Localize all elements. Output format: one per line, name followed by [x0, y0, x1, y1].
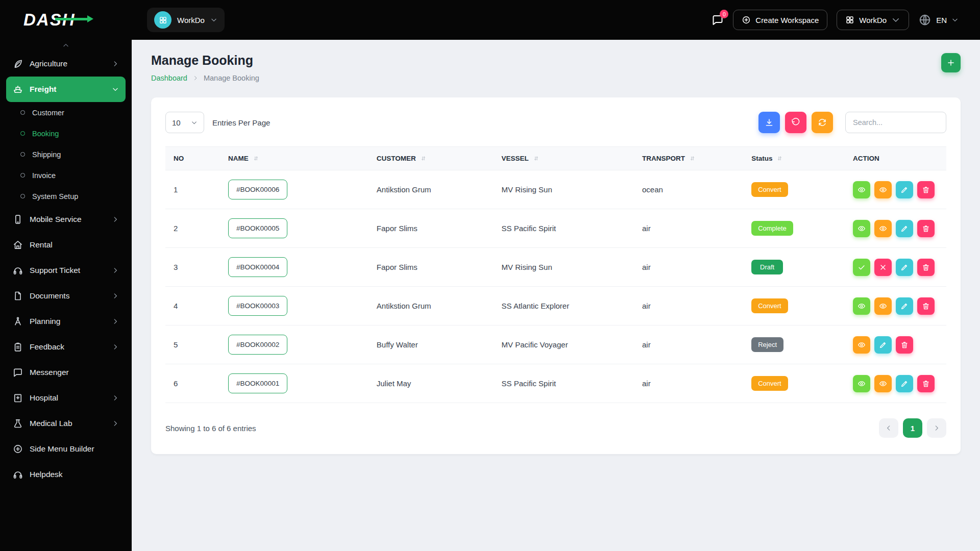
column-header-customer[interactable]: CUSTOMER — [369, 147, 494, 170]
column-header-transport[interactable]: TRANSPORT — [634, 147, 743, 170]
sidebar-item-medical-lab[interactable]: Medical Lab — [6, 411, 126, 436]
delete-button[interactable] — [917, 259, 935, 276]
sidebar-subitem-label: Booking — [32, 130, 59, 138]
sidebar-item-freight[interactable]: Freight — [6, 77, 126, 102]
eye-icon — [879, 186, 887, 194]
eye-icon — [857, 380, 866, 388]
sidebar-item-rental[interactable]: Rental — [6, 232, 126, 258]
pagination-next-button[interactable] — [927, 418, 946, 438]
workspace-selector[interactable]: WorkDo — [147, 8, 225, 32]
trash-icon — [900, 341, 909, 349]
delete-button[interactable] — [917, 297, 935, 315]
edit-button[interactable] — [896, 297, 913, 315]
pagination: 1 — [879, 418, 946, 438]
view-button[interactable] — [853, 220, 870, 237]
sidebar-item-system-setup[interactable]: System Setup — [6, 186, 126, 207]
cell-name: #BOOK00002 — [220, 325, 369, 364]
account-menu-button[interactable]: WorkDo — [837, 10, 909, 30]
cell-status: Reject — [743, 325, 845, 364]
reset-filter-button[interactable] — [785, 112, 806, 133]
export-button[interactable] — [758, 112, 780, 133]
booking-number-link[interactable]: #BOOK00005 — [228, 218, 287, 238]
search-input[interactable] — [845, 112, 946, 133]
invoice-view-button[interactable] — [874, 220, 892, 237]
status-badge: Convert — [751, 298, 788, 313]
cell-actions — [845, 248, 946, 287]
sidebar-item-invoice[interactable]: Invoice — [6, 165, 126, 186]
sidebar-item-messenger[interactable]: Messenger — [6, 360, 126, 385]
sidebar-item-planning[interactable]: Planning — [6, 309, 126, 334]
app-logo[interactable]: DASH — [23, 10, 76, 30]
sidebar-item-booking[interactable]: Booking — [6, 123, 126, 144]
column-header-vessel[interactable]: VESSEL — [494, 147, 634, 170]
refresh-button[interactable] — [812, 112, 833, 133]
delete-button[interactable] — [917, 220, 935, 237]
edit-button[interactable] — [896, 220, 913, 237]
create-workspace-button[interactable]: Create Workspace — [733, 10, 827, 30]
sort-icon — [533, 155, 540, 162]
cell-transport: air — [634, 325, 743, 364]
invoice-view-button[interactable] — [874, 181, 892, 198]
column-header-status[interactable]: Status — [743, 147, 845, 170]
language-selector[interactable]: EN — [918, 13, 959, 27]
sidebar-item-documents[interactable]: Documents — [6, 283, 126, 309]
invoice-view-button[interactable] — [874, 375, 892, 392]
invoice-view-button[interactable] — [874, 297, 892, 315]
sidebar-scroll-up[interactable] — [6, 42, 126, 51]
cell-transport: air — [634, 364, 743, 403]
pagination-page-1-button[interactable]: 1 — [903, 418, 922, 438]
add-booking-button[interactable] — [941, 53, 961, 72]
bullet-icon — [20, 194, 25, 198]
booking-number-link[interactable]: #BOOK00001 — [228, 373, 287, 393]
sidebar-item-label: Mobile Service — [30, 215, 82, 224]
cell-vessel: MV Pacific Voyager — [494, 325, 634, 364]
chevron-right-icon — [112, 394, 119, 402]
medical-lab-icon — [13, 418, 23, 429]
cell-actions — [845, 209, 946, 248]
sidebar-item-shipping[interactable]: Shipping — [6, 144, 126, 165]
sidebar-item-support-ticket[interactable]: Support Ticket — [6, 258, 126, 283]
eye-icon — [857, 186, 866, 194]
edit-button[interactable] — [874, 336, 892, 354]
delete-button[interactable] — [917, 181, 935, 198]
delete-button[interactable] — [896, 336, 913, 354]
view-button[interactable] — [853, 181, 870, 198]
booking-number-link[interactable]: #BOOK00004 — [228, 257, 287, 277]
edit-button[interactable] — [896, 259, 913, 276]
cell-vessel: MV Rising Sun — [494, 248, 634, 287]
invoice-view-button[interactable] — [853, 336, 870, 354]
pencil-icon — [879, 341, 887, 349]
entries-summary: Showing 1 to 6 of 6 entries — [165, 424, 256, 433]
messages-button[interactable]: 0 — [712, 14, 724, 26]
sidebar-item-label: Medical Lab — [30, 419, 72, 428]
booking-number-link[interactable]: #BOOK00002 — [228, 335, 287, 355]
column-header-name[interactable]: NAME — [220, 147, 369, 170]
pagination-prev-button[interactable] — [879, 418, 898, 438]
delete-button[interactable] — [917, 375, 935, 392]
edit-button[interactable] — [896, 375, 913, 392]
entries-per-page-select[interactable]: 10 — [165, 112, 204, 133]
sidebar-item-mobile-service[interactable]: Mobile Service — [6, 207, 126, 232]
booking-number-link[interactable]: #BOOK00006 — [228, 180, 287, 199]
sidebar-item-customer[interactable]: Customer — [6, 102, 126, 123]
cell-name: #BOOK00001 — [220, 364, 369, 403]
breadcrumb-dashboard-link[interactable]: Dashboard — [151, 74, 187, 82]
reject-button[interactable] — [874, 259, 892, 276]
sidebar-item-agriculture[interactable]: Agriculture — [6, 51, 126, 77]
approve-button[interactable] — [853, 259, 870, 276]
page-title: Manage Booking — [151, 53, 259, 68]
top-header: DASH WorkDo 0 Create Workspace WorkDo EN — [0, 0, 980, 40]
sidebar-item-hospital[interactable]: Hospital — [6, 385, 126, 411]
sidebar-item-helpdesk[interactable]: Helpdesk — [6, 462, 126, 487]
bullet-icon — [20, 131, 25, 136]
edit-button[interactable] — [896, 181, 913, 198]
booking-number-link[interactable]: #BOOK00003 — [228, 296, 287, 316]
sidebar-item-feedback[interactable]: Feedback — [6, 334, 126, 360]
logo-zone: DASH — [0, 10, 132, 30]
view-button[interactable] — [853, 375, 870, 392]
view-button[interactable] — [853, 297, 870, 315]
account-label: WorkDo — [859, 16, 887, 24]
support-ticket-icon — [13, 265, 23, 276]
sidebar-item-side-menu-builder[interactable]: Side Menu Builder — [6, 436, 126, 462]
chevron-right-icon — [112, 60, 119, 67]
